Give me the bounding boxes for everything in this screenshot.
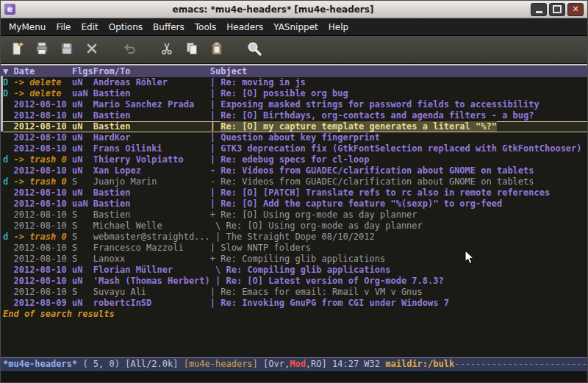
toolbar-separator — [230, 40, 240, 60]
date-cell: 2012-08-10 — [13, 198, 71, 209]
subject-cell: Re: moving in js — [220, 77, 306, 87]
mark-target-cell: -> delete — [13, 88, 71, 99]
thread-prefix: | — [210, 143, 220, 154]
titlebar[interactable]: e emacs: *mu4e-headers* [mu4e-headers] ✕ — [1, 1, 587, 18]
paste-button[interactable] — [205, 39, 228, 60]
modeline-segment: *mu4e-headers* — [3, 359, 77, 369]
thread-prefix: + — [210, 254, 220, 264]
menu-options[interactable]: Options — [104, 20, 148, 35]
flags-cell: uN — [72, 165, 93, 176]
header-row[interactable]: d -> trash 0 uN Thierry Volpiatto | Re: … — [3, 154, 587, 165]
header-row[interactable]: 2012-08-09 uN robertcInSD | Re: Invoking… — [3, 298, 587, 309]
header-row[interactable]: 2012-08-10 uaN Bastien | Re: [O] Add the… — [3, 198, 587, 210]
from-cell: Xan Lopez — [93, 165, 210, 176]
header-row[interactable]: D -> delete uN Andreas Röhler | Re: movi… — [3, 77, 587, 88]
flags-cell: uaN — [72, 88, 93, 99]
mark-cell — [3, 165, 13, 176]
flags-cell: uN — [72, 298, 93, 308]
subject-cell: GTK3 deprecation fix (GtkFontSelection r… — [220, 143, 581, 154]
header-row[interactable]: 2012-08-10 S Suvayu Ali | Re: Emacs for … — [3, 287, 587, 298]
header-row[interactable]: 2012-08-10 uN HardKor | Question about k… — [3, 132, 587, 143]
copy-icon — [184, 41, 199, 59]
search-button[interactable] — [243, 39, 265, 60]
save-button[interactable] — [55, 39, 78, 60]
date-cell: 2012-08-10 — [13, 110, 71, 121]
mark-cell — [3, 110, 13, 121]
flags-cell: S — [72, 287, 93, 297]
subject-cell: Re: [O] Birthdays, org-contacts and agen… — [220, 110, 534, 121]
subject-cell: Exposing masked strings for password fie… — [220, 99, 539, 110]
modeline-segment: ( 5, 0) [All/2.0k] — [77, 359, 184, 369]
header-row[interactable]: 2012-08-10 uN Mario Sanchez Prada | Expo… — [3, 99, 587, 110]
echo-area[interactable] — [1, 371, 587, 382]
minimize-button[interactable] — [531, 3, 547, 16]
mark-cell: d — [3, 232, 13, 242]
menu-headers[interactable]: Headers — [221, 20, 268, 35]
thread-prefix: | — [210, 187, 220, 198]
subject-cell: Re: edebug specs for cl-loop — [220, 154, 369, 165]
from-cell: Frans Oilinki — [93, 143, 210, 154]
menu-mymenu[interactable]: MyMenu — [4, 20, 51, 35]
from-cell: robertcInSD — [93, 298, 210, 308]
flags-cell: S — [72, 210, 93, 220]
header-row[interactable]: 2012-08-10 uN Xan Lopez - Re: Videos fro… — [3, 165, 587, 176]
header-row[interactable]: 2012-08-10 S Michael Welle \ Re: [O] Usi… — [3, 221, 587, 232]
modeline-segment: [mu4e-headers] — [184, 359, 258, 369]
thread-prefix: | — [210, 154, 220, 165]
mark-cell — [3, 132, 13, 143]
thread-prefix: | — [215, 232, 226, 242]
menu-buffers[interactable]: Buffers — [148, 20, 190, 35]
from-cell: Bastien — [93, 88, 210, 99]
new-file-button[interactable] — [5, 39, 28, 60]
subject-cell: Re: Invoking GnuPG from CGI under Window… — [220, 298, 449, 308]
mark-cell — [3, 221, 13, 231]
menu-tools[interactable]: Tools — [190, 20, 222, 35]
undo-button[interactable] — [118, 39, 140, 60]
copy-button[interactable] — [180, 39, 203, 60]
header-row[interactable]: 2012-08-10 uN Florian Müllner \ Re: Comp… — [3, 265, 587, 276]
subject-cell: Re: [O] Add the capture feature "%(sexp)… — [220, 198, 502, 209]
flags-cell: uN — [72, 132, 93, 143]
header-row[interactable]: 2012-08-10 uN 'Mash (Thomas Herbert) | R… — [3, 276, 587, 287]
scrollbar-thumb[interactable] — [1, 76, 3, 132]
headers-column-header[interactable]: ▼ Date FlgsFrom/To Subject — [1, 65, 587, 77]
header-row[interactable]: 2012-08-10 S Bastien + Re: [O] Using org… — [3, 210, 587, 221]
subject-cell: Slow NNTP folders — [220, 243, 311, 253]
header-row[interactable]: d -> trash 0 S Juanjo Marin - Re: Videos… — [3, 176, 587, 187]
thread-prefix: | — [210, 287, 220, 297]
modeline[interactable]: *mu4e-headers* ( 5, 0) [All/2.0k] [mu4e-… — [1, 357, 587, 371]
search-icon — [246, 40, 262, 60]
modeline-segment: [ — [258, 359, 268, 369]
menu-help[interactable]: Help — [323, 20, 354, 35]
header-row[interactable]: 2012-08-10 uN Bastien | Re: [O] [PATCH] … — [3, 187, 587, 198]
from-cell: Bastien — [93, 210, 210, 220]
print-button[interactable] — [30, 39, 53, 60]
flags-cell: uN — [72, 77, 93, 87]
date-cell: 2012-08-10 — [13, 121, 71, 132]
mark-cell — [3, 298, 13, 308]
flags-cell: uN — [72, 99, 93, 110]
header-row[interactable]: 2012-08-10 uN Bastien | Re: [O] Birthday… — [3, 110, 587, 121]
subject-cell: Re: Videos from GUADEC/clarification abo… — [220, 165, 534, 176]
maximize-button[interactable] — [549, 3, 565, 16]
header-row[interactable]: D -> delete uaN Bastien | Re: [O] possib… — [3, 88, 587, 99]
cut-button[interactable] — [155, 39, 178, 60]
menu-yasnippet[interactable]: YASnippet — [268, 20, 323, 35]
menu-file[interactable]: File — [51, 20, 76, 35]
flags-cell: uN — [72, 265, 93, 275]
header-row[interactable]: d -> trash 0 S webmaster@straightd... | … — [3, 232, 587, 243]
header-row[interactable]: 2012-08-10 uN Frans Oilinki | GTK3 depre… — [3, 143, 587, 154]
close-button[interactable]: ✕ — [567, 3, 584, 16]
thread-prefix: | — [210, 77, 220, 87]
mark-cell — [3, 121, 13, 132]
header-row[interactable]: 2012-08-10 uN Bastien | Re: [O] my captu… — [3, 121, 587, 132]
close-button[interactable] — [80, 39, 103, 60]
thread-prefix: | — [210, 243, 220, 253]
modeline-segment: ----------------------------------------… — [454, 359, 587, 369]
menu-edit[interactable]: Edit — [76, 20, 104, 35]
modeline-segment: maildir:/bulk — [385, 359, 454, 369]
date-cell: 2012-08-10 — [13, 210, 71, 220]
toolbar-separator — [105, 40, 115, 60]
header-row[interactable]: 2012-08-10 S Francesco Mazzoli | Slow NN… — [3, 243, 587, 254]
header-row[interactable]: 2012-08-10 S Lanoxx + Re: Compiling glib… — [3, 254, 587, 265]
